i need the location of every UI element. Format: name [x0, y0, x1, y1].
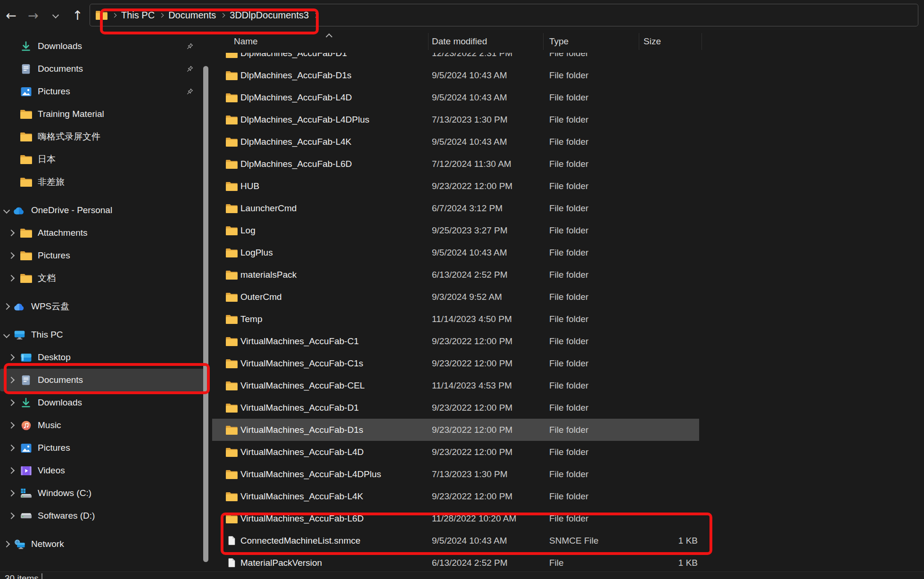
chevron-down-icon[interactable] — [2, 332, 11, 337]
file-name: Temp — [240, 314, 262, 324]
file-type: File folder — [549, 203, 588, 214]
sidebar-item-network[interactable]: Network — [0, 533, 211, 555]
file-row[interactable]: MaterialPackVersion6/13/2024 2:52 PMFile… — [212, 552, 699, 574]
file-date: 7/13/2023 1:30 PM — [432, 469, 508, 480]
chevron-right-icon[interactable] — [7, 446, 16, 450]
file-name: DlpMachines_AccuFab-L4D — [240, 92, 352, 103]
column-header-size[interactable]: Size — [644, 30, 661, 53]
sidebar-item-pc-documents[interactable]: Documents — [0, 369, 206, 391]
column-header-type[interactable]: Type — [549, 30, 569, 53]
chevron-right-icon[interactable] — [2, 542, 11, 546]
recent-locations-button[interactable] — [44, 4, 66, 26]
file-row[interactable]: LogPlus9/5/2024 10:43 AMFile folder — [212, 241, 699, 264]
column-divider[interactable] — [543, 33, 544, 50]
file-row[interactable]: VirtualMachines_AccuFab-CEL11/14/2023 4:… — [212, 374, 699, 397]
chevron-right-icon[interactable] — [7, 378, 16, 382]
column-divider[interactable] — [639, 33, 639, 50]
sidebar-item-qa-downloads[interactable]: Downloads — [0, 35, 211, 58]
file-row[interactable]: DlpMachines_AccuFab-L4DPlus7/13/2023 1:3… — [212, 108, 699, 131]
sidebar-item-od-pictures[interactable]: Pictures — [0, 244, 211, 267]
file-date: 9/23/2022 12:00 PM — [432, 403, 512, 413]
sidebar-item-label: Documents — [38, 375, 83, 385]
file-row[interactable]: VirtualMachines_AccuFab-D19/23/2022 12:0… — [212, 397, 699, 419]
folder-icon — [20, 273, 32, 283]
folder-icon — [20, 155, 32, 164]
sidebar-item-qa-training-material[interactable]: Training Material — [0, 103, 211, 125]
folder-icon — [20, 109, 32, 119]
chevron-right-icon[interactable] — [7, 231, 16, 235]
chevron-right-icon[interactable] — [7, 423, 16, 428]
file-type: File folder — [549, 225, 588, 236]
sidebar-item-qa-japan[interactable]: 日本 — [0, 148, 211, 171]
up-button[interactable]: ↑ — [66, 4, 89, 26]
sidebar-scrollbar[interactable] — [203, 66, 208, 562]
file-type: File folder — [549, 137, 588, 147]
chevron-right-icon — [112, 13, 117, 17]
file-date: 9/5/2024 10:43 AM — [432, 248, 507, 258]
file-row[interactable]: VirtualMachines_AccuFab-D1s9/23/2022 12:… — [212, 419, 699, 441]
folder-icon — [225, 71, 238, 80]
sidebar-item-pc-pictures[interactable]: Pictures — [0, 437, 211, 459]
sidebar-item-qa-documents[interactable]: Documents — [0, 58, 211, 80]
column-header-date-modified[interactable]: Date modified — [432, 30, 487, 53]
file-row[interactable]: HUB9/23/2022 12:00 PMFile folder — [212, 175, 699, 197]
file-row[interactable]: OuterCmd9/3/2024 9:52 AMFile folder — [212, 286, 699, 308]
breadcrumb-3ddlpdocuments3[interactable]: 3DDlpDocuments3 — [230, 10, 309, 21]
folder-icon — [225, 492, 238, 501]
sidebar-item-pc-desktop[interactable]: Desktop — [0, 346, 211, 369]
desktop-icon — [20, 353, 32, 362]
sidebar-item-this-pc[interactable]: This PC — [0, 323, 211, 346]
file-row[interactable]: DlpMachines_AccuFab-L4K9/5/2024 10:43 AM… — [212, 131, 699, 153]
file-row[interactable]: LauncherCmd6/7/2024 3:12 PMFile folder — [212, 197, 699, 219]
file-row[interactable]: VirtualMachines_AccuFab-C19/23/2022 12:0… — [212, 330, 699, 352]
file-row[interactable]: DlpMachines_AccuFab-L4D9/5/2024 10:43 AM… — [212, 86, 699, 108]
chevron-right-icon[interactable] — [7, 491, 16, 496]
back-button[interactable]: ← — [0, 4, 22, 26]
chevron-right-icon[interactable] — [7, 276, 16, 281]
sidebar-item-wps-cloud[interactable]: WPS云盘 — [0, 295, 211, 318]
file-row[interactable]: VirtualMachines_AccuFab-C1s9/23/2022 12:… — [212, 352, 699, 374]
breadcrumb-this-pc[interactable]: This PC — [121, 10, 155, 21]
sidebar-item-od-documents-cn[interactable]: 文档 — [0, 267, 211, 290]
chevron-right-icon[interactable] — [7, 253, 16, 258]
sidebar-item-qa-non-travel[interactable]: 非差旅 — [0, 171, 211, 193]
file-date: 11/28/2022 10:20 AM — [432, 513, 516, 524]
sidebar-item-qa-pictures[interactable]: Pictures — [0, 80, 211, 103]
chevron-right-icon[interactable] — [7, 513, 16, 518]
file-row[interactable]: DlpMachines_AccuFab-D1s9/5/2024 10:43 AM… — [212, 64, 699, 86]
file-type: File folder — [549, 270, 588, 280]
sidebar-item-od-attachments[interactable]: Attachments — [0, 222, 211, 244]
sidebar-item-pc-windows-c[interactable]: Windows (C:) — [0, 482, 211, 505]
file-row[interactable]: VirtualMachines_AccuFab-L4K9/23/2022 12:… — [212, 485, 699, 507]
file-row[interactable]: VirtualMachines_AccuFab-L4D9/23/2022 12:… — [212, 441, 699, 463]
sidebar-item-pc-music[interactable]: Music — [0, 414, 211, 437]
file-row[interactable]: DlpMachines_AccuFab-D112/23/2022 2:31 PM… — [212, 53, 699, 64]
column-divider[interactable] — [428, 33, 429, 50]
pictures-icon — [20, 87, 32, 97]
sort-ascending-icon — [326, 33, 332, 40]
sidebar-item-onedrive[interactable]: OneDrive - Personal — [0, 199, 211, 222]
file-row[interactable]: DlpMachines_AccuFab-L6D7/12/2024 11:30 A… — [212, 153, 699, 175]
sidebar-item-qa-screen-recordings[interactable]: 嗨格式录屏文件 — [0, 125, 211, 148]
chevron-right-icon[interactable] — [7, 355, 16, 360]
file-row[interactable]: Log9/25/2023 3:27 PMFile folder — [212, 219, 699, 241]
chevron-right-icon[interactable] — [7, 468, 16, 473]
file-row[interactable]: VirtualMachines_AccuFab-L4DPlus7/13/2023… — [212, 463, 699, 485]
address-bar[interactable]: This PC Documents 3DDlpDocuments3 — [90, 4, 918, 26]
file-row[interactable]: Temp11/14/2023 4:50 PMFile folder — [212, 308, 699, 330]
file-row[interactable]: VirtualMachines_AccuFab-L6D11/28/2022 10… — [212, 507, 699, 529]
file-row[interactable]: materialsPack6/13/2024 2:52 PMFile folde… — [212, 264, 699, 286]
folder-icon — [225, 270, 238, 280]
column-header-name[interactable]: Name — [234, 30, 258, 53]
sidebar-item-pc-downloads[interactable]: Downloads — [0, 391, 211, 414]
column-divider[interactable] — [701, 33, 702, 50]
sidebar-item-pc-softwares-d[interactable]: Softwares (D:) — [0, 505, 211, 527]
chevron-down-icon[interactable] — [2, 208, 11, 213]
file-row[interactable]: ConnectedMachineList.snmce9/5/2024 10:43… — [212, 529, 699, 552]
forward-button[interactable]: → — [22, 4, 44, 26]
sidebar-item-label: Attachments — [38, 228, 88, 238]
chevron-right-icon[interactable] — [2, 304, 11, 309]
sidebar-item-pc-videos[interactable]: Videos — [0, 459, 211, 482]
breadcrumb-documents[interactable]: Documents — [168, 10, 216, 21]
chevron-right-icon[interactable] — [7, 400, 16, 405]
